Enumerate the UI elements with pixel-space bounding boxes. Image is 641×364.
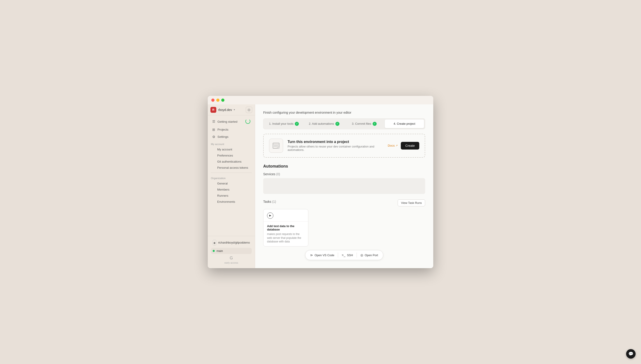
- services-title: Services (0): [263, 172, 425, 176]
- step-1-label: 1. Install your tools: [269, 122, 294, 126]
- step-add-automations[interactable]: 2. Add automations ✓: [304, 120, 344, 128]
- branch-selector[interactable]: main: [211, 248, 252, 254]
- task-title: Add test data to the database: [267, 224, 304, 231]
- grid-icon: ⊞: [212, 128, 215, 132]
- docs-link[interactable]: Docs ↗: [388, 144, 398, 147]
- app-body: R rboyd.dev ▾ ⊡ ☰ Getting started ⊞: [208, 104, 433, 268]
- step-2-check: ✓: [336, 122, 340, 126]
- brand-chevron-icon: ▾: [234, 108, 235, 111]
- repo-selector[interactable]: ◈ richardhboyd/gitpoddemo: [211, 238, 252, 247]
- sidebar-item-git-authentications[interactable]: Git authentications: [209, 158, 254, 165]
- ssh-label: SSH: [347, 254, 353, 257]
- settings-icon: ⚙: [212, 135, 215, 139]
- sidebar-item-getting-started[interactable]: ☰ Getting started: [209, 117, 254, 126]
- brand-selector[interactable]: R rboyd.dev ▾: [210, 107, 235, 113]
- automations-title: Automations: [263, 164, 425, 169]
- bottom-toolbar: ⊳ Open VS Code >_ SSH ◎ Open Port: [263, 246, 425, 262]
- project-icon-svg: [272, 142, 280, 150]
- open-port-label: Open Port: [365, 254, 378, 257]
- view-task-runs-button[interactable]: View Task Runs: [398, 199, 425, 206]
- repo-icon: ◈: [213, 240, 216, 246]
- task-card-body: Add test data to the database makes post…: [264, 222, 308, 246]
- project-card: Turn this environment into a project Pro…: [263, 134, 425, 158]
- sidebar-item-members[interactable]: Members: [209, 186, 254, 192]
- brand-name: rboyd.dev: [218, 108, 232, 112]
- step-create-project[interactable]: 4. Create project: [385, 120, 424, 128]
- task-desc: makes post requests to the web server th…: [267, 232, 304, 244]
- external-link-icon: ↗: [396, 144, 398, 147]
- open-port-button[interactable]: ◎ Open Port: [357, 252, 381, 258]
- port-icon: ◎: [360, 253, 363, 257]
- branch-name: main: [216, 249, 223, 252]
- new-workspace-button[interactable]: ⊡: [246, 107, 252, 113]
- sidebar-item-preferences[interactable]: Preferences: [209, 152, 254, 158]
- step-3-label: 3. Commit files: [352, 122, 371, 126]
- loading-icon: [246, 119, 250, 124]
- step-4-label: 4. Create project: [394, 122, 415, 126]
- project-card-title: Turn this environment into a project: [288, 140, 383, 144]
- play-button[interactable]: ▶: [267, 212, 273, 219]
- open-vscode-button[interactable]: ⊳ Open VS Code: [307, 252, 338, 258]
- list-icon: ☰: [212, 120, 215, 124]
- minimize-button[interactable]: [216, 98, 220, 102]
- create-button[interactable]: Create: [401, 142, 419, 150]
- svg-rect-3: [274, 146, 277, 146]
- sidebar-nav: ☰ Getting started ⊞ Projects ⚙ Settings …: [208, 116, 255, 236]
- brand-avatar: R: [210, 107, 216, 113]
- gitpod-logo-icon: G: [230, 256, 233, 260]
- step-1-check: ✓: [295, 122, 299, 126]
- divider-2: [356, 252, 357, 258]
- step-commit-files[interactable]: 3. Commit files ✓: [345, 120, 384, 128]
- tasks-title: Tasks (1): [263, 200, 276, 204]
- titlebar: [208, 96, 433, 104]
- services-count: (0): [276, 172, 280, 176]
- sidebar-item-general[interactable]: General: [209, 180, 254, 186]
- tasks-count: (1): [272, 200, 276, 204]
- app-window: R rboyd.dev ▾ ⊡ ☰ Getting started ⊞: [208, 96, 433, 268]
- sidebar-label-projects: Projects: [218, 128, 228, 131]
- early-access-label: early access: [224, 262, 238, 264]
- svg-rect-2: [274, 145, 278, 146]
- sidebar-label-settings: Settings: [218, 135, 228, 138]
- maximize-button[interactable]: [221, 98, 224, 102]
- step-2-label: 2. Add automations: [309, 122, 334, 126]
- chat-button[interactable]: 💬: [626, 349, 636, 358]
- sidebar-bottom: ◈ richardhboyd/gitpoddemo main G early a…: [208, 236, 255, 268]
- divider: [211, 172, 252, 173]
- monitor-icon: ⊡: [248, 108, 250, 112]
- tasks-header: Tasks (1) View Task Runs: [263, 199, 425, 206]
- sidebar-item-personal-access-tokens[interactable]: Personal access tokens: [209, 165, 254, 171]
- early-access-section: G early access: [211, 254, 252, 266]
- step-3-check: ✓: [372, 122, 377, 126]
- section-organization: Organization: [208, 174, 255, 180]
- steps-bar: 1. Install your tools ✓ 2. Add automatio…: [263, 118, 425, 129]
- ssh-icon: >_: [342, 253, 345, 257]
- open-vscode-label: Open VS Code: [315, 254, 334, 257]
- sidebar-item-settings[interactable]: ⚙ Settings: [209, 133, 254, 140]
- services-area: [263, 178, 425, 194]
- chat-icon: 💬: [628, 351, 633, 356]
- project-card-actions: Docs ↗ Create: [388, 142, 419, 150]
- sidebar-item-environments[interactable]: Environments: [209, 199, 254, 205]
- page-title: Finish configuring your development envi…: [263, 111, 425, 114]
- project-card-icon: [269, 139, 283, 153]
- close-button[interactable]: [211, 98, 214, 102]
- project-card-text: Turn this environment into a project Pro…: [288, 140, 383, 152]
- sidebar-header: R rboyd.dev ▾ ⊡: [208, 104, 255, 116]
- sidebar-item-projects[interactable]: ⊞ Projects: [209, 126, 254, 133]
- divider-1: [338, 252, 338, 258]
- section-my-account: My account: [208, 140, 255, 146]
- task-card-top: ▶: [264, 209, 308, 222]
- ssh-button[interactable]: >_ SSH: [338, 252, 356, 258]
- sidebar: R rboyd.dev ▾ ⊡ ☰ Getting started ⊞: [208, 104, 255, 268]
- sidebar-item-my-account[interactable]: My account: [209, 146, 254, 152]
- branch-status-dot: [213, 250, 215, 252]
- refresh-spinner: [246, 119, 250, 124]
- sidebar-label-getting-started: Getting started: [218, 120, 238, 123]
- toolbar-pill: ⊳ Open VS Code >_ SSH ◎ Open Port: [305, 250, 383, 260]
- step-install-tools[interactable]: 1. Install your tools ✓: [264, 120, 304, 128]
- repo-name: richardhboyd/gitpoddemo: [218, 241, 250, 244]
- docs-label: Docs: [388, 144, 395, 147]
- project-card-desc: Projects allow others to reuse your dev …: [288, 145, 383, 152]
- sidebar-item-runners[interactable]: Runners: [209, 192, 254, 199]
